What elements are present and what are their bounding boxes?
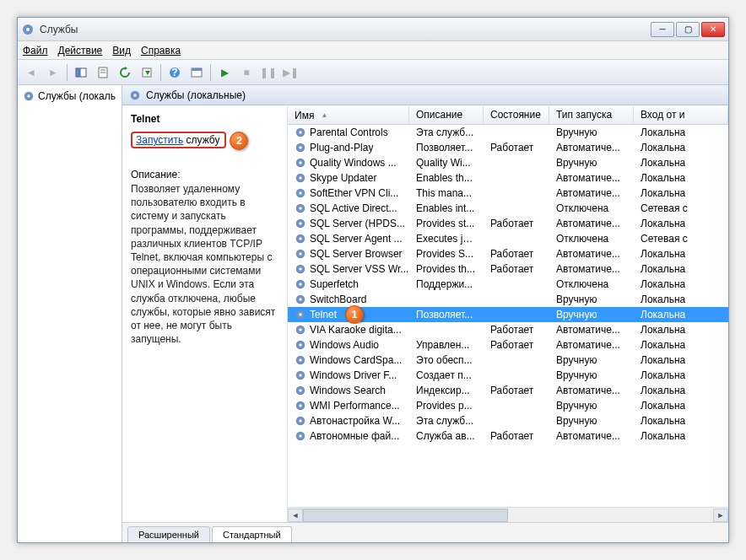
close-button[interactable]: ✕ — [701, 22, 725, 37]
cell-logon: Локальна — [634, 248, 728, 260]
cell-start: Отключена — [549, 278, 634, 290]
right-pane-header: Службы (локальные) — [122, 85, 728, 105]
cell-name: SQL Server Browser — [288, 248, 409, 260]
svg-point-55 — [299, 404, 302, 407]
service-row[interactable]: SoftEther VPN Cli...This mana...Автомати… — [288, 186, 728, 201]
cell-logon: Локальна — [634, 218, 728, 229]
svg-point-15 — [27, 94, 30, 98]
horizontal-scrollbar[interactable]: ◄ ► — [288, 507, 728, 522]
service-row[interactable]: SQL Server (HPDS...Provides st...Работае… — [288, 216, 728, 231]
cell-name: SwitchBoard — [288, 293, 409, 305]
cell-logon: Локальна — [634, 309, 728, 320]
svg-point-35 — [299, 252, 302, 256]
cell-start: Автоматиче... — [549, 248, 634, 260]
service-row[interactable]: Windows SearchИндексир...РаботаетАвтомат… — [288, 383, 728, 398]
cell-state: Работает — [484, 339, 549, 351]
cell-start: Вручную — [549, 415, 634, 427]
cell-start: Вручную — [549, 309, 634, 320]
cell-name: Windows Audio — [288, 339, 409, 351]
svg-point-37 — [299, 267, 302, 271]
cell-start: Автоматиче... — [549, 430, 634, 442]
service-row[interactable]: SQL Server VSS Wr...Provides th...Работа… — [288, 261, 728, 277]
cell-desc: Индексир... — [409, 385, 484, 396]
restart-service-button[interactable]: ▶❚ — [280, 62, 300, 83]
svg-point-25 — [299, 176, 302, 180]
svg-point-27 — [299, 191, 302, 195]
col-state[interactable]: Состояние — [484, 106, 549, 124]
col-name[interactable]: Имя▲ — [288, 106, 409, 124]
svg-point-29 — [299, 207, 302, 210]
minimize-button[interactable]: ─ — [651, 22, 674, 37]
back-button[interactable]: ◄ — [21, 62, 41, 83]
service-row[interactable]: Quality Windows ...Quality Wi...ВручнуюЛ… — [288, 155, 728, 170]
col-desc[interactable]: Описание — [409, 106, 484, 124]
svg-point-1 — [26, 28, 30, 31]
service-name-text: Windows Search — [310, 385, 386, 396]
col-start[interactable]: Тип запуска — [549, 106, 634, 124]
col-logon[interactable]: Вход от и — [634, 106, 728, 124]
service-row[interactable]: SQL Active Direct...Enables int...Отключ… — [288, 201, 728, 216]
maximize-button[interactable]: ▢ — [676, 22, 700, 37]
service-row[interactable]: Telnet1Позволяет...ВручнуюЛокальна — [288, 307, 728, 322]
tree-root-services[interactable]: Службы (локаль — [19, 89, 120, 104]
service-name-text: Skype Updater — [310, 172, 376, 184]
tab-standard[interactable]: Стандартный — [212, 526, 292, 542]
cell-desc: Служба ав... — [409, 430, 484, 442]
cell-logon: Локальна — [634, 187, 728, 199]
start-service-link[interactable]: Запустить — [136, 134, 183, 146]
service-row[interactable]: SuperfetchПоддержи...ОтключенаЛокальна — [288, 277, 728, 292]
cell-logon: Локальна — [634, 354, 728, 366]
tab-extended[interactable]: Расширенный — [127, 526, 210, 542]
cell-logon: Локальна — [634, 385, 728, 396]
service-row[interactable]: SQL Server Agent ...Executes jo...Отключ… — [288, 231, 728, 246]
start-service-button[interactable]: ▶ — [214, 62, 235, 83]
gear-icon — [295, 218, 306, 229]
service-row[interactable]: Skype UpdaterEnables th...Автоматиче...Л… — [288, 170, 728, 186]
cell-name: Plug-and-Play — [288, 142, 409, 153]
properties-button[interactable] — [93, 62, 113, 83]
cell-desc: Provides S... — [409, 248, 484, 260]
service-row[interactable]: Windows CardSpa...Это обесп...ВручнуюЛок… — [288, 353, 728, 368]
service-row[interactable]: SQL Server BrowserProvides S...РаботаетА… — [288, 246, 728, 261]
toolbar-extra-button[interactable] — [186, 62, 207, 83]
cell-logon: Локальна — [634, 430, 728, 442]
show-hide-tree-button[interactable] — [71, 62, 91, 83]
forward-button[interactable]: ► — [43, 62, 63, 83]
refresh-button[interactable] — [115, 62, 135, 83]
scroll-thumb[interactable] — [303, 509, 508, 522]
menu-action[interactable]: Действие — [58, 45, 103, 57]
cell-logon: Локальна — [634, 142, 728, 153]
tree-root-label: Службы (локаль — [38, 90, 116, 102]
service-row[interactable]: Автономные фай...Служба ав...РаботаетАвт… — [288, 428, 728, 444]
menu-view[interactable]: Вид — [112, 45, 131, 57]
pause-service-button[interactable]: ❚❚ — [258, 62, 278, 83]
scroll-track[interactable] — [303, 509, 713, 522]
menu-help[interactable]: Справка — [141, 45, 181, 57]
view-tabs: Расширенный Стандартный — [122, 522, 728, 542]
help-button[interactable]: ? — [165, 62, 185, 83]
svg-marker-7 — [125, 67, 127, 70]
export-button[interactable] — [137, 62, 157, 83]
menu-file[interactable]: Файл — [23, 45, 48, 57]
gear-icon — [295, 263, 306, 275]
scroll-right-arrow[interactable]: ► — [713, 509, 728, 522]
service-name-text: Windows CardSpa... — [310, 354, 402, 366]
cell-name: Telnet1 — [288, 305, 409, 324]
stop-service-button[interactable]: ■ — [236, 62, 257, 83]
service-name-text: SoftEther VPN Cli... — [310, 187, 398, 199]
scroll-left-arrow[interactable]: ◄ — [288, 509, 303, 522]
cell-name: Superfetch — [288, 278, 409, 290]
gear-icon — [295, 430, 306, 442]
service-row[interactable]: Parental ControlsЭта служб...ВручнуюЛока… — [288, 125, 728, 140]
service-row[interactable]: WMI Performance...Provides p...ВручнуюЛо… — [288, 398, 728, 413]
service-row[interactable]: Автонастройка W...Эта служб...ВручнуюЛок… — [288, 413, 728, 428]
service-row[interactable]: Windows AudioУправлен...РаботаетАвтомати… — [288, 337, 728, 353]
cell-name: VIA Karaoke digita... — [288, 324, 409, 336]
service-row[interactable]: VIA Karaoke digita...РаботаетАвтоматиче.… — [288, 322, 728, 337]
service-row[interactable]: Plug-and-PlayПозволяет...РаботаетАвтомат… — [288, 140, 728, 155]
service-name-text: Superfetch — [310, 278, 359, 290]
service-row[interactable]: Windows Driver F...Создает п...ВручнуюЛо… — [288, 368, 728, 383]
service-rows[interactable]: Parental ControlsЭта служб...ВручнуюЛока… — [288, 125, 728, 507]
annotation-badge-2: 2 — [230, 132, 248, 150]
cell-start: Автоматиче... — [549, 187, 634, 199]
